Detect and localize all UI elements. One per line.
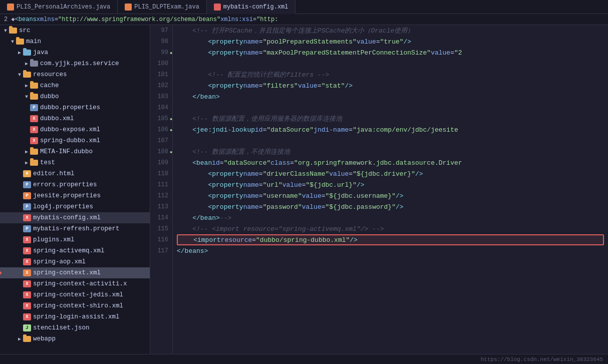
tab-icon-xml — [214, 4, 221, 11]
arrow-cache: ▶ — [23, 82, 30, 89]
arrow-test: ▶ — [23, 159, 30, 166]
code-line-106: <jee:jndi-lookup id="dataSource" jndi-na… — [177, 124, 604, 135]
tab-java1[interactable]: PLIS_PersonalArchives.java — [0, 0, 118, 14]
ln-107: 107 — [152, 135, 168, 146]
ln-108: 108 — [152, 146, 168, 157]
file-icon-mybatis-refresh: P — [23, 225, 31, 232]
code-line-107 — [177, 135, 604, 146]
sidebar-item-spring-aop[interactable]: X spring-aop.xml — [0, 256, 150, 267]
sidebar-item-mybatis-refresh[interactable]: P mybatis-refresh.propert — [0, 223, 150, 234]
code-line-105: <!-- 数据源配置，使用应用服务器的数据库连接池 — [177, 113, 604, 124]
folder-icon-resources — [23, 72, 31, 78]
sidebar-item-spring-context[interactable]: ➜ X spring-context.xml — [0, 267, 150, 278]
file-icon-spring-aop: X — [23, 258, 31, 265]
sidebar-label-spring-dubbo: spring-dubbo.xml — [40, 137, 100, 144]
code-line-112: <property name="username" value="${jdbc.… — [177, 190, 604, 201]
code-lines: <!-- 打开PSCache，并且指定每个连接上PSCache的大小（Oracl… — [173, 25, 608, 354]
folder-icon-test — [30, 160, 38, 166]
breadcrumb-text: xmlns — [37, 16, 55, 23]
code-area: 97 98 99 100 101 102 103 104 105 106 107… — [150, 25, 608, 354]
file-icon-spring-context: X — [23, 269, 31, 276]
main-layout: ▼ src ▼ main ▶ java ▶ com.yjjk.peis.serv… — [0, 25, 608, 354]
folder-icon-java — [23, 50, 31, 56]
folder-icon-src — [9, 28, 17, 34]
sidebar-label-log4j: log4j.properties — [33, 203, 93, 210]
file-icon-spring-context-activiti: X — [23, 280, 31, 287]
file-icon-spring-context-shiro: X — [23, 302, 31, 309]
sidebar-item-webapp[interactable]: ▶ webapp — [0, 333, 150, 344]
breadcrumb-path: <beans — [15, 16, 37, 23]
sidebar-item-main[interactable]: ▼ main — [0, 36, 150, 47]
sidebar-item-metainf[interactable]: ▶ META-INF.dubbo — [0, 146, 150, 157]
ln-114: 114 — [152, 212, 168, 223]
status-bar: https://blog.csdn.net/weixin_38323645 — [0, 354, 608, 364]
sidebar-item-jeesite[interactable]: P jeesite.properties — [0, 190, 150, 201]
code-line-102: <property name="filters" value="stat" /> — [177, 80, 604, 91]
sidebar-item-mybatis-config[interactable]: X mybatis-config.xml — [0, 212, 150, 223]
sidebar-item-java[interactable]: ▶ java — [0, 47, 150, 58]
sidebar-label-dubbo-xml: dubbo.xml — [40, 115, 74, 122]
sidebar-label-spring-aop: spring-aop.xml — [33, 258, 86, 265]
sidebar-item-cache[interactable]: ▶ cache — [0, 80, 150, 91]
sidebar-item-src[interactable]: ▼ src — [0, 25, 150, 36]
ln-98: 98 — [152, 36, 168, 47]
code-editor[interactable]: 97 98 99 100 101 102 103 104 105 106 107… — [150, 25, 608, 354]
code-line-110: <property name="driverClassName" value="… — [177, 168, 604, 179]
sidebar-item-resources[interactable]: ▼ resources — [0, 69, 150, 80]
sidebar-label-cache: cache — [40, 82, 59, 89]
ln-112: 112 — [152, 190, 168, 201]
sidebar-label-src: src — [19, 27, 31, 34]
sidebar-item-dubbo[interactable]: ▼ dubbo — [0, 91, 150, 102]
sidebar-item-errors[interactable]: P errors.properties — [0, 179, 150, 190]
sidebar-label-dubbo-expose: dubbo-expose.xml — [40, 126, 100, 133]
sidebar-label-spring-context-jedis: spring-context-jedis.xml — [33, 291, 123, 298]
sidebar-label-jeesite: jeesite.properties — [33, 192, 101, 199]
ln-105: 105 — [152, 113, 168, 124]
sidebar-item-dubbo-expose[interactable]: X dubbo-expose.xml — [0, 124, 150, 135]
tab-xml[interactable]: mybatis-config.xml — [207, 0, 296, 14]
sidebar-label-spring-login: spring-login-assist.xml — [33, 313, 120, 320]
sidebar-item-dubbo-xml[interactable]: X dubbo.xml — [0, 113, 150, 124]
ln-100: 100 — [152, 58, 168, 69]
sidebar-item-log4j[interactable]: P log4j.properties — [0, 201, 150, 212]
tab-label-java2: PLIS_DLPTExam.java — [134, 4, 199, 11]
folder-icon-metainf — [30, 149, 38, 155]
sidebar-label-stencilset: stencilset.json — [33, 324, 90, 331]
arrow-dubbo: ▼ — [23, 93, 30, 100]
code-line-99: <property name="maxPoolPreparedStatement… — [177, 47, 604, 58]
ln-113: 113 — [152, 201, 168, 212]
sidebar-item-stencilset[interactable]: J stencilset.json — [0, 322, 150, 333]
ln-99: 99 — [152, 47, 168, 58]
sidebar-item-spring-context-jedis[interactable]: X spring-context-jedis.xml — [0, 289, 150, 300]
code-line-113: <property name="password" value="${jdbc.… — [177, 201, 604, 212]
code-line-111: <property name="url" value="${jdbc.url}"… — [177, 179, 604, 190]
tab-icon-java2 — [125, 4, 132, 11]
sidebar: ▼ src ▼ main ▶ java ▶ com.yjjk.peis.serv… — [0, 25, 150, 354]
sidebar-item-service[interactable]: ▶ com.yjjk.peis.service — [0, 58, 150, 69]
file-icon-spring-dubbo: X — [30, 137, 38, 144]
sidebar-item-spring-context-activiti[interactable]: X spring-context-activiti.x — [0, 278, 150, 289]
sidebar-item-dubbo-properties[interactable]: P dubbo.properties — [0, 102, 150, 113]
sidebar-item-editor[interactable]: H editor.html — [0, 168, 150, 179]
sidebar-label-resources: resources — [33, 71, 67, 78]
sidebar-label-dubbo-properties: dubbo.properties — [40, 104, 100, 111]
sidebar-label-test: test — [40, 159, 55, 166]
file-icon-dubbo-xml: X — [30, 115, 38, 122]
sidebar-item-plugins[interactable]: X plugins.xml — [0, 234, 150, 245]
ln-102: 102 — [152, 80, 168, 91]
arrow-java: ▶ — [16, 49, 23, 56]
sidebar-label-errors: errors.properties — [33, 181, 97, 188]
tab-java2[interactable]: PLIS_DLPTExam.java — [118, 0, 207, 14]
file-icon-stencilset: J — [23, 324, 31, 331]
file-icon-spring-activemq: X — [23, 247, 31, 254]
arrow-main: ▼ — [9, 38, 16, 45]
line-numbers: 97 98 99 100 101 102 103 104 105 106 107… — [150, 25, 173, 354]
sidebar-item-spring-context-shiro[interactable]: X spring-context-shiro.xml — [0, 300, 150, 311]
sidebar-label-mybatis-config: mybatis-config.xml — [33, 214, 101, 221]
sidebar-item-spring-dubbo[interactable]: X spring-dubbo.xml — [0, 135, 150, 146]
ln-116: 116 — [152, 234, 168, 245]
code-line-97: <!-- 打开PSCache，并且指定每个连接上PSCache的大小（Oracl… — [177, 25, 604, 36]
sidebar-item-spring-activemq[interactable]: X spring-activemq.xml — [0, 245, 150, 256]
sidebar-item-spring-login[interactable]: X spring-login-assist.xml — [0, 311, 150, 322]
sidebar-item-test[interactable]: ▶ test — [0, 157, 150, 168]
